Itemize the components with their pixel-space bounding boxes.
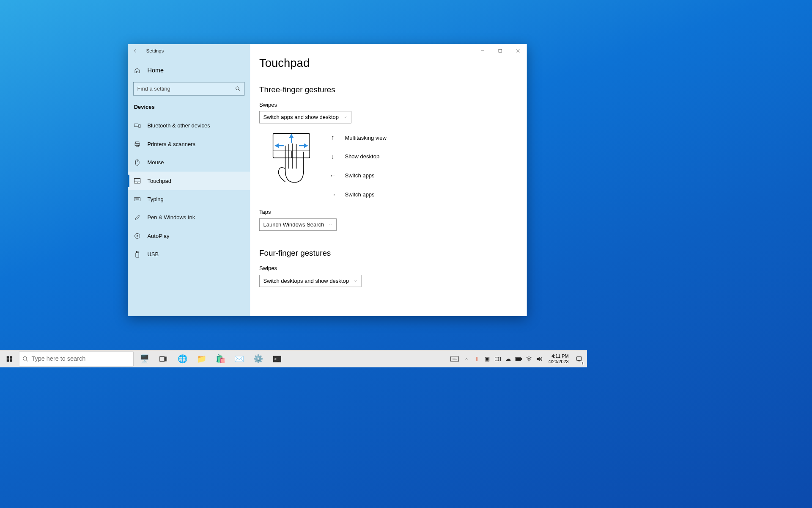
svg-rect-5: [135, 144, 140, 146]
terminal-icon: >_: [272, 354, 282, 364]
close-button[interactable]: [509, 44, 527, 58]
sidebar-item-autoplay[interactable]: AutoPlay: [128, 227, 250, 245]
page-title: Touchpad: [259, 56, 518, 69]
nav-label: Bluetooth & other devices: [147, 123, 210, 129]
taskbar-app-mail[interactable]: ✉️: [230, 350, 249, 367]
tray-battery[interactable]: [514, 350, 523, 367]
tray-app-2[interactable]: ▣: [483, 350, 492, 367]
start-button[interactable]: [0, 350, 19, 367]
sidebar-item-pen[interactable]: Pen & Windows Ink: [128, 208, 250, 226]
search-box[interactable]: [133, 82, 244, 96]
four-swipes-label: Swipes: [259, 265, 518, 272]
tray-app-1[interactable]: ⦀: [472, 350, 482, 367]
svg-rect-52: [516, 358, 520, 359]
task-view-icon: [159, 354, 168, 364]
dropdown-value: Launch Windows Search: [263, 221, 324, 228]
sidebar: Home Devices Bluetooth & other devices: [128, 44, 250, 316]
four-swipes-dropdown[interactable]: Switch desktops and show desktop: [259, 275, 362, 287]
autoplay-icon: [134, 233, 141, 239]
taskbar-search-input[interactable]: [31, 355, 130, 362]
mouse-icon: [134, 159, 141, 166]
nav-label: Pen & Windows Ink: [147, 214, 195, 221]
svg-rect-12: [134, 198, 140, 201]
sidebar-item-touchpad[interactable]: Touchpad: [128, 172, 250, 190]
gear-icon: ⚙️: [253, 354, 263, 364]
taskbar-app-settings[interactable]: ⚙️: [249, 350, 268, 367]
edge-icon: 🌐: [178, 354, 187, 364]
app-icon: ⦀: [476, 356, 478, 362]
sidebar-item-typing[interactable]: Typing: [128, 190, 250, 208]
pen-icon: [134, 215, 141, 221]
svg-rect-36: [10, 359, 12, 362]
tray-overflow[interactable]: [462, 350, 472, 367]
cloud-icon: ☁: [505, 356, 511, 362]
maximize-button[interactable]: [491, 44, 509, 58]
sidebar-item-bluetooth[interactable]: Bluetooth & other devices: [128, 116, 250, 135]
news-widget[interactable]: 🖥️: [135, 350, 154, 367]
svg-point-37: [23, 356, 27, 360]
svg-rect-38: [160, 356, 165, 361]
tray-meet-now[interactable]: [493, 350, 502, 367]
taskbar-app-edge[interactable]: 🌐: [173, 350, 192, 367]
tray-input-indicator[interactable]: [449, 350, 461, 367]
legend-right: → Switch apps: [329, 190, 386, 199]
legend-down: ↓ Show desktop: [329, 153, 386, 161]
three-taps-dropdown[interactable]: Launch Windows Search: [259, 218, 337, 231]
action-center-button[interactable]: 3: [573, 350, 585, 367]
arrow-up-icon: ↑: [329, 134, 336, 142]
nav-label: Printers & scanners: [147, 141, 195, 147]
home-icon: [134, 67, 141, 73]
touchpad-gesture-illustration: [272, 132, 311, 205]
sidebar-item-usb[interactable]: USB: [128, 245, 250, 263]
app-icon: ▣: [485, 356, 490, 362]
taskbar-clock[interactable]: 4:11 PM 4/20/2023: [545, 353, 572, 364]
arrow-left-icon: ←: [329, 172, 336, 180]
svg-rect-19: [136, 251, 138, 253]
home-nav[interactable]: Home: [128, 62, 250, 78]
svg-rect-51: [521, 358, 521, 359]
four-finger-heading: Four-finger gestures: [259, 248, 518, 258]
chevron-down-icon: [343, 115, 347, 119]
svg-text:>_: >_: [274, 356, 279, 361]
nav-label: USB: [147, 251, 159, 257]
svg-rect-3: [139, 124, 140, 128]
svg-rect-33: [7, 356, 9, 359]
swipes-label: Swipes: [259, 102, 518, 108]
svg-rect-34: [10, 356, 12, 359]
svg-rect-20: [136, 253, 139, 257]
taskbar-search[interactable]: [19, 351, 134, 366]
search-icon: [235, 86, 241, 91]
task-view-button[interactable]: [154, 350, 173, 367]
taskbar: 🖥️ 🌐 📁 🛍️ ✉️ ⚙️ >_ ⦀ ▣ ☁: [0, 350, 587, 367]
taskbar-app-store[interactable]: 🛍️: [211, 350, 230, 367]
sidebar-item-mouse[interactable]: Mouse: [128, 153, 250, 171]
tray-wifi[interactable]: [524, 350, 534, 367]
legend-text: Multitasking view: [345, 135, 386, 141]
search-input[interactable]: [137, 86, 235, 92]
settings-window: Settings Home: [128, 44, 527, 316]
system-tray: ⦀ ▣ ☁ 4:11 PM 4/20/2023 3: [449, 350, 587, 367]
svg-rect-4: [135, 142, 139, 144]
svg-rect-0: [499, 49, 502, 52]
three-finger-heading: Three-finger gestures: [259, 85, 518, 94]
taskbar-app-terminal[interactable]: >_: [268, 350, 287, 367]
devices-icon: [134, 123, 141, 129]
dropdown-value: Switch apps and show desktop: [263, 114, 339, 120]
nav-label: Typing: [147, 196, 163, 202]
legend-text: Show desktop: [345, 154, 379, 160]
taskbar-app-explorer[interactable]: 📁: [192, 350, 211, 367]
sidebar-item-printers[interactable]: Printers & scanners: [128, 135, 250, 153]
tray-volume[interactable]: [535, 350, 544, 367]
svg-point-53: [529, 360, 529, 361]
search-icon: [22, 356, 28, 362]
gesture-legend: ↑ Multitasking view ↓ Show desktop ← Swi…: [329, 132, 386, 199]
legend-up: ↑ Multitasking view: [329, 134, 386, 142]
back-button[interactable]: [128, 44, 143, 58]
chevron-up-icon: [464, 357, 469, 361]
folder-icon: 📁: [197, 354, 206, 364]
speaker-icon: [536, 356, 542, 362]
arrow-down-icon: ↓: [329, 153, 336, 161]
tray-onedrive[interactable]: ☁: [504, 350, 513, 367]
three-swipes-dropdown[interactable]: Switch apps and show desktop: [259, 111, 351, 123]
minimize-button[interactable]: [474, 44, 491, 58]
